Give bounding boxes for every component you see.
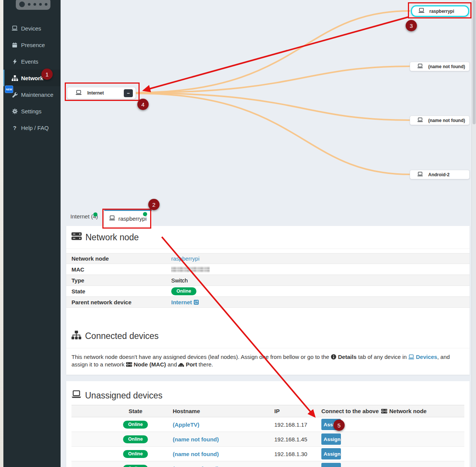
annotation-step-3: 3: [406, 20, 417, 31]
annotation-step-2: 2: [148, 199, 160, 210]
column-header-connect: Connect to the above Network node: [310, 408, 464, 414]
type-value: Switch: [171, 277, 188, 284]
main-content: Internet − raspberrypi (name not found) …: [61, 0, 471, 467]
assign-button[interactable]: Assign: [321, 463, 341, 467]
sidebar-item-label: Events: [21, 58, 38, 65]
ip-value: 192.168.1.57: [263, 465, 310, 467]
table-row: State Online: [66, 286, 470, 297]
window-left-edge: [0, 0, 3, 467]
divider: [66, 348, 470, 348]
node-label: (name not found): [428, 64, 465, 69]
no-assigned-devices-message: This network node doesn't have any assig…: [71, 353, 463, 368]
hostname-link[interactable]: (name not found): [173, 436, 219, 443]
column-header-state: State: [109, 408, 162, 414]
server-icon: [71, 232, 82, 243]
section-title: Connected devices: [85, 331, 159, 341]
node-label: Android-2: [428, 172, 450, 177]
laptop-icon: [408, 354, 414, 360]
diagram-node-name-not-found-2[interactable]: (name not found): [410, 116, 470, 125]
sitemap-icon: [11, 75, 18, 81]
laptop-icon: [417, 118, 423, 124]
sidebar-item-presence[interactable]: Presence: [3, 37, 61, 53]
sidebar-item-help-faq[interactable]: ? Help / FAQ: [3, 119, 61, 136]
table-row: Online (name not found) 192.168.1.57 Ass…: [71, 461, 464, 467]
annotation-step-4: 4: [137, 99, 149, 110]
server-icon: [126, 362, 132, 367]
calendar-icon: [11, 42, 18, 48]
network-node-panel: Network node Network node raspberrypi MA…: [66, 226, 470, 375]
diagram-node-name-not-found-1[interactable]: (name not found): [410, 62, 470, 71]
question-icon: ?: [11, 125, 18, 131]
unassigned-devices-panel: Unassigned devices State Hostname IP Con…: [66, 381, 470, 467]
sidebar-item-events[interactable]: Events: [3, 53, 61, 70]
table-row: Parent network device Internet: [66, 297, 470, 308]
app-window: Devices Presence Events Network Maintena…: [0, 0, 476, 467]
sidebar-item-settings[interactable]: Settings: [3, 103, 61, 119]
section-title: Unassigned devices: [85, 391, 163, 401]
table-row: MAC: [66, 264, 470, 275]
annotation-box-raspberrypi-node: [408, 2, 471, 18]
laptop-icon: [417, 64, 423, 70]
status-badge: Online: [171, 287, 196, 295]
assign-button[interactable]: Assign: [321, 433, 341, 445]
parent-device-link[interactable]: Internet: [171, 299, 192, 305]
section-title: Network node: [85, 232, 139, 243]
hostname-link[interactable]: (name not found): [173, 451, 219, 457]
hostname-link[interactable]: (name not found): [173, 465, 219, 467]
table-row: Online (name not found) 192.168.1.45 Ass…: [71, 432, 464, 447]
online-dot-internet-tab: [93, 212, 97, 217]
app-logo-router-icon: [16, 0, 50, 10]
gear-icon: [11, 108, 18, 114]
annotation-step-5: 5: [333, 420, 345, 431]
sidebar-item-label: Network: [21, 75, 43, 81]
table-row: Online (name not found) 192.168.1.30 Ass…: [71, 447, 464, 461]
info-icon: [331, 354, 336, 360]
status-badge: Online: [123, 450, 148, 458]
hostname-link[interactable]: (AppleTV): [173, 421, 199, 428]
annotation-box-raspberrypi-tab: [102, 209, 151, 229]
ethernet-icon: [178, 362, 184, 367]
bolt-icon: [11, 59, 18, 64]
sidebar-item-label: Help / FAQ: [21, 125, 49, 131]
table-row: Type Switch: [66, 275, 470, 286]
sidebar-item-label: Devices: [21, 25, 41, 32]
sitemap-icon: [71, 331, 81, 342]
devices-link[interactable]: Devices: [416, 354, 437, 360]
status-badge: Online: [123, 465, 148, 467]
laptop-icon: [71, 390, 81, 401]
network-node-details-table: Network node raspberrypi MAC Type Switch…: [66, 253, 470, 308]
laptop-icon: [417, 172, 423, 178]
sidebar-item-label: Maintenance: [21, 92, 53, 98]
new-feature-badge: NEW: [5, 85, 13, 93]
connected-devices-section-header: Connected devices: [71, 331, 159, 342]
status-badge: Online: [123, 421, 148, 429]
diagram-node-android-2[interactable]: Android-2: [410, 170, 470, 179]
column-header-ip: IP: [263, 408, 310, 414]
sidebar-item-devices[interactable]: Devices: [3, 20, 61, 37]
table-header-row: State Hostname IP Connect to the above N…: [71, 405, 464, 417]
table-row: Online (AppleTV) 192.168.1.17 Assign: [71, 417, 464, 432]
annotation-step-1: 1: [41, 69, 53, 80]
unassigned-devices-table: State Hostname IP Connect to the above N…: [71, 405, 464, 467]
sidebar-item-label: Settings: [21, 108, 41, 114]
redacted-mac-value: [171, 267, 210, 272]
ip-value: 192.168.1.30: [263, 451, 310, 457]
sidebar-item-label: Presence: [21, 42, 45, 48]
network-node-name-link[interactable]: raspberrypi: [171, 255, 199, 262]
ip-value: 192.168.1.45: [263, 436, 310, 443]
column-header-hostname: Hostname: [162, 408, 263, 414]
ip-value: 192.168.1.17: [263, 421, 310, 428]
network-node-section-header: Network node: [71, 232, 139, 243]
assign-button[interactable]: Assign: [321, 448, 341, 459]
unassigned-devices-section-header: Unassigned devices: [71, 390, 163, 401]
server-icon: [381, 409, 387, 414]
table-row: Network node raspberrypi: [66, 253, 470, 264]
scrollbar-thumb[interactable]: [473, 0, 476, 124]
sidebar: Devices Presence Events Network Maintena…: [3, 0, 61, 467]
laptop-icon: [11, 26, 18, 31]
external-link-icon[interactable]: [194, 300, 199, 305]
sidebar-nav: Devices Presence Events Network Maintena…: [3, 20, 61, 136]
annotation-box-internet-node: [65, 82, 140, 101]
divider: [66, 249, 470, 249]
scrollbar-track[interactable]: [471, 0, 476, 467]
